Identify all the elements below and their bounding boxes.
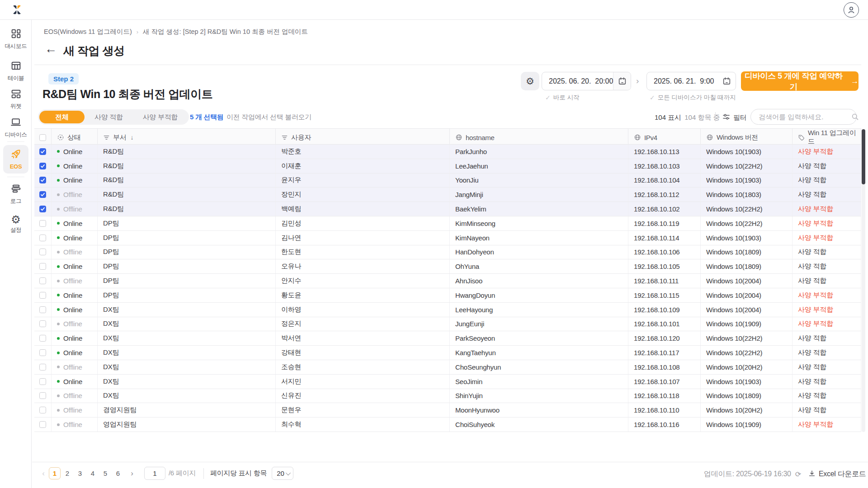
schedule-job-button[interactable]: 디바이스 5 개에 작업 예약하기 → (741, 71, 859, 91)
row-checkbox[interactable] (39, 191, 46, 198)
excel-download-button[interactable]: Excel 다운로드 (808, 469, 866, 479)
tab-all[interactable]: 전체 (39, 111, 85, 123)
breadcrumb-section[interactable]: EOS(Windows 11 업그레이드) (44, 28, 132, 35)
table-row[interactable]: Online DP팀 황도윤 HwangDoyun 192.168.10.115… (34, 288, 861, 303)
row-checkbox[interactable] (39, 349, 46, 356)
row-checkbox[interactable] (39, 220, 46, 227)
search-icon[interactable] (851, 113, 859, 121)
row-select-cell[interactable] (34, 303, 52, 317)
schedule-settings-button[interactable]: ⚙ (521, 72, 539, 90)
table-row[interactable]: Online DP팀 김민성 KimMinseong 192.168.10.11… (34, 216, 861, 231)
row-select-cell[interactable] (34, 188, 52, 202)
column-header-windows-version[interactable]: Windows 버전 (701, 129, 793, 146)
row-checkbox[interactable] (39, 235, 46, 241)
table-row[interactable]: Offline R&D팀 장민지 JangMinji 192.168.10.11… (34, 188, 861, 202)
user-avatar[interactable] (844, 2, 859, 18)
table-row[interactable]: Online DX팀 서지민 SeoJimin 192.168.10.107 W… (34, 375, 861, 389)
row-checkbox[interactable] (39, 249, 46, 255)
prev-page-button[interactable]: ‹ (38, 469, 48, 478)
row-select-cell[interactable] (34, 216, 52, 230)
table-row[interactable]: Offline DX팀 조승현 ChoSeunghyun 192.168.10.… (34, 360, 861, 375)
sidebar-item-dashboard[interactable]: 대시보드 (0, 28, 32, 50)
table-row[interactable]: Offline DX팀 신유진 ShinYujin 192.168.10.118… (34, 389, 861, 404)
row-select-cell[interactable] (34, 274, 52, 288)
table-row[interactable]: Online DX팀 박서연 ParkSeoyeon 192.168.10.12… (34, 331, 861, 346)
search-input[interactable] (751, 113, 851, 121)
end-datetime-input[interactable]: 2025. 06. 21. 9:00 (646, 72, 736, 90)
row-select-cell[interactable] (34, 317, 52, 331)
column-header-dept[interactable]: 부서 ↓ (98, 129, 276, 146)
row-select-cell[interactable] (34, 346, 52, 360)
calendar-icon[interactable] (717, 77, 736, 85)
row-select-cell[interactable] (34, 174, 52, 188)
table-row[interactable]: Offline R&D팀 백예림 BaekYelim 192.168.10.10… (34, 202, 861, 216)
sidebar-item-device[interactable]: 디바이스 (0, 117, 32, 139)
row-select-cell[interactable] (34, 360, 52, 374)
row-checkbox[interactable] (39, 421, 46, 428)
row-select-cell[interactable] (34, 331, 52, 345)
table-row[interactable]: Online R&D팀 이재훈 LeeJaehun 192.168.10.103… (34, 159, 861, 174)
row-select-cell[interactable] (34, 418, 52, 432)
table-scrollbar[interactable] (862, 129, 865, 432)
row-select-cell[interactable] (34, 403, 52, 417)
table-row[interactable]: Offline DX팀 정은지 JungEunji 192.168.10.101… (34, 317, 861, 332)
column-header-ipv4[interactable]: IPv4 (628, 129, 701, 146)
per-page-select[interactable]: 20 (272, 467, 293, 480)
table-row[interactable]: Online R&D팀 윤지우 YoonJiu 192.168.10.104 W… (34, 174, 861, 188)
row-select-cell[interactable] (34, 259, 52, 273)
row-checkbox[interactable] (39, 263, 46, 270)
sort-desc-icon[interactable]: ↓ (130, 134, 133, 141)
row-select-cell[interactable] (34, 159, 52, 173)
row-checkbox[interactable] (39, 407, 46, 413)
page-number-input[interactable] (144, 467, 165, 480)
row-checkbox[interactable] (39, 306, 46, 313)
page-button-4[interactable]: 4 (87, 467, 99, 479)
row-select-cell[interactable] (34, 288, 52, 302)
table-row[interactable]: Offline 영업지원팀 최수혁 ChoiSuhyeok 192.168.10… (34, 418, 861, 432)
table-row[interactable]: Online R&D팀 박준호 ParkJunho 192.168.10.113… (34, 145, 861, 159)
row-checkbox[interactable] (39, 320, 46, 327)
load-previous-selection-link[interactable]: 이전 작업에서 선택 불러오기 (226, 113, 311, 122)
row-checkbox[interactable] (39, 364, 46, 371)
row-select-cell[interactable] (34, 145, 52, 159)
row-checkbox[interactable] (39, 206, 46, 212)
sidebar-item-log[interactable]: 로그 (0, 183, 32, 205)
row-checkbox[interactable] (39, 335, 46, 342)
scrollbar-thumb[interactable] (862, 129, 865, 184)
table-row[interactable]: Online DP팀 오유나 OhYuna 192.168.10.105 Win… (34, 259, 861, 274)
column-header-win11-upgrade[interactable]: Win 11 업그레이드 (793, 129, 861, 146)
sidebar-item-settings[interactable]: ⚙ 설정 (0, 214, 32, 234)
row-checkbox[interactable] (39, 292, 46, 299)
page-button-3[interactable]: 3 (74, 467, 86, 479)
back-button[interactable]: ← (45, 43, 57, 55)
page-button-1[interactable]: 1 (49, 467, 61, 479)
page-button-2[interactable]: 2 (61, 467, 73, 479)
sidebar-item-eos[interactable]: EOS (3, 145, 28, 174)
column-header-status[interactable]: 상태 (52, 129, 98, 146)
table-row[interactable]: Offline DP팀 한도현 HanDohyeon 192.168.10.10… (34, 245, 861, 260)
page-button-5[interactable]: 5 (99, 467, 111, 479)
table-row[interactable]: Online DX팀 이하영 LeeHayoung 192.168.10.109… (34, 303, 861, 317)
row-select-cell[interactable] (34, 389, 52, 403)
app-logo-icon[interactable] (12, 4, 23, 18)
row-select-cell[interactable] (34, 231, 52, 245)
table-row[interactable]: Online DP팀 김나연 KimNayeon 192.168.10.114 … (34, 231, 861, 245)
filter-button[interactable]: 필터 (722, 113, 747, 122)
table-row[interactable]: Offline DP팀 안지수 AhnJisoo 192.168.10.111 … (34, 274, 861, 288)
column-header-hostname[interactable]: hostname (450, 129, 628, 146)
row-select-cell[interactable] (34, 375, 52, 389)
calendar-icon[interactable] (613, 72, 631, 90)
table-row[interactable]: Online DX팀 강태현 KangTaehyun 192.168.10.11… (34, 346, 861, 360)
row-select-cell[interactable] (34, 202, 52, 216)
start-datetime-input[interactable]: 2025. 06. 20. 20:00 (542, 72, 631, 90)
table-row[interactable]: Offline 경영지원팀 문현우 MoonHyunwoo 192.168.10… (34, 403, 861, 418)
select-all-checkbox[interactable] (39, 134, 46, 141)
row-checkbox[interactable] (39, 277, 46, 284)
tab-spec-ok[interactable]: 사양 적합 (85, 111, 133, 123)
sidebar-item-table[interactable]: 테이블 (0, 60, 32, 82)
row-checkbox[interactable] (39, 378, 46, 385)
refresh-icon[interactable]: ⟳ (795, 470, 801, 479)
row-checkbox[interactable] (39, 392, 46, 399)
column-header-user[interactable]: 사용자 (276, 129, 450, 146)
tab-spec-fail[interactable]: 사양 부적합 (133, 111, 188, 123)
